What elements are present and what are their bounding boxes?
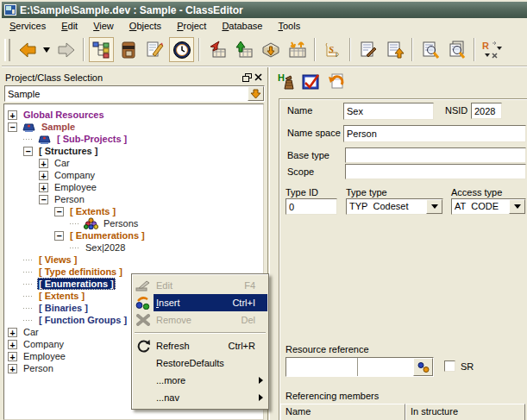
svg-text:i: i: [336, 51, 337, 59]
scope-input[interactable]: [346, 165, 525, 179]
type-id-input[interactable]: [286, 199, 336, 214]
context-menu-item-refresh[interactable]: Refresh Ctrl+R: [133, 337, 267, 354]
session-clock-button[interactable]: [169, 37, 194, 62]
classeditor-window: E:\Sample\Sample.dev : Sample - ClassEdi…: [0, 0, 527, 420]
toolbar-grip[interactable]: [4, 39, 10, 61]
type-type-select[interactable]: TYP Codeset: [346, 198, 443, 215]
edit-document-button[interactable]: [142, 37, 167, 62]
collapse-icon[interactable]: [8, 122, 17, 132]
send-button[interactable]: [258, 37, 283, 62]
type-id-label: Type ID: [285, 187, 318, 197]
import-button[interactable]: [204, 37, 229, 62]
back-button[interactable]: [15, 37, 40, 62]
expand-icon[interactable]: [8, 364, 17, 373]
synchronize-button[interactable]: [285, 37, 310, 62]
menu-view[interactable]: View: [85, 19, 122, 33]
menu-database[interactable]: Database: [214, 19, 270, 33]
context-menu-item-more[interactable]: ...more: [133, 372, 267, 389]
tree-stub: [23, 272, 32, 273]
resource-ref-field-left[interactable]: [286, 358, 357, 376]
nsid-input[interactable]: [472, 103, 501, 118]
export-icon: [234, 40, 254, 60]
tree-item[interactable]: [ Views ]: [4, 254, 263, 266]
expand-icon[interactable]: [39, 159, 48, 168]
access-type-select[interactable]: AT CODE: [451, 198, 526, 215]
base-type-input[interactable]: [346, 148, 525, 162]
context-menu-item-insert[interactable]: Insert Ctrl+I: [133, 294, 267, 311]
sr-checkbox[interactable]: [444, 360, 455, 372]
tree-item[interactable]: [ Sub-Projects ]: [4, 133, 263, 145]
tree-item[interactable]: [ Extents ]: [4, 205, 263, 217]
resource-ref-pick-button[interactable]: [413, 358, 433, 376]
type-type-drop-button[interactable]: [426, 199, 442, 214]
undo-button[interactable]: [324, 71, 347, 93]
apply-check-button[interactable]: [300, 71, 323, 93]
access-type-label: Access type: [451, 187, 502, 197]
export-button[interactable]: [231, 37, 256, 62]
tree-item[interactable]: Employee: [4, 181, 263, 193]
chevron-down-icon: [42, 47, 51, 53]
project-combo-input[interactable]: [5, 86, 248, 101]
menu-services[interactable]: Services: [2, 19, 53, 33]
name-input[interactable]: [344, 103, 433, 119]
script-info-button[interactable]: Si: [320, 37, 345, 62]
context-menu-item-nav[interactable]: ...nav: [133, 389, 267, 406]
scope-field: [345, 164, 526, 179]
column-header-name[interactable]: Name: [280, 404, 405, 420]
class-tree-button[interactable]: [89, 37, 114, 62]
float-window-icon[interactable]: [242, 72, 253, 83]
document-edit-icon: [358, 40, 379, 60]
tree-item[interactable]: Sample: [4, 121, 263, 133]
edit-icon: [133, 279, 154, 291]
referencing-members-table-header: Name In structure: [280, 404, 525, 420]
nav-marks-button[interactable]: R: [480, 37, 505, 62]
collapse-icon[interactable]: [54, 207, 64, 216]
documents-search-button[interactable]: [444, 37, 469, 62]
close-icon[interactable]: [253, 72, 264, 83]
tree-item[interactable]: Person: [4, 193, 263, 205]
expand-icon[interactable]: [39, 183, 48, 192]
expand-icon[interactable]: [8, 328, 17, 337]
column-header-in-structure[interactable]: In structure: [405, 404, 525, 420]
menu-project[interactable]: Project: [169, 19, 214, 33]
resource-ref-field-right[interactable]: [358, 358, 413, 376]
name-label: Name: [287, 105, 312, 116]
collapse-icon[interactable]: [54, 231, 64, 241]
tree-item[interactable]: Global Resources: [4, 109, 263, 121]
expand-icon[interactable]: [39, 171, 48, 180]
expand-icon[interactable]: [8, 352, 17, 361]
back-history-dropdown[interactable]: [41, 37, 52, 62]
undo-icon: [325, 72, 346, 92]
catalog-button[interactable]: [116, 37, 141, 62]
context-menu: Edit F4 Insert Ctrl+I Remove Del Refresh…: [131, 273, 269, 410]
document-edit-button[interactable]: [355, 37, 380, 62]
nav-marks-icon: R: [481, 40, 504, 60]
namespace-input[interactable]: [344, 126, 525, 141]
window-title: E:\Sample\Sample.dev : Sample - ClassEdi…: [20, 4, 243, 16]
forward-button[interactable]: [53, 37, 78, 62]
document-search-button[interactable]: [417, 37, 442, 62]
tree-item[interactable]: Sex|2028: [4, 241, 263, 254]
document-export-button[interactable]: [382, 37, 407, 62]
history-button[interactable]: H: [276, 71, 298, 93]
context-menu-item-edit: Edit F4: [133, 277, 267, 294]
access-type-drop-button[interactable]: [509, 199, 525, 214]
remove-icon: [133, 314, 154, 326]
combo-drop-button[interactable]: [248, 86, 264, 101]
type-type-label: Type type: [346, 187, 387, 197]
menu-edit[interactable]: Edit: [53, 19, 85, 33]
tree-item[interactable]: Company: [4, 169, 263, 181]
resource-reference-label: Resource reference: [285, 344, 369, 354]
collapse-icon[interactable]: [39, 195, 48, 204]
expand-icon[interactable]: [8, 340, 17, 349]
tree-item[interactable]: [ Enumerations ]: [4, 229, 263, 241]
context-menu-item-restoredefaults[interactable]: RestoreDefaults: [133, 354, 267, 372]
menu-tools[interactable]: Tools: [270, 19, 308, 33]
collapse-icon[interactable]: [23, 147, 33, 156]
link-balls-icon: [417, 362, 430, 373]
tree-item[interactable]: [ Structures ]: [4, 145, 263, 157]
tree-item[interactable]: Car: [4, 157, 263, 169]
expand-icon[interactable]: [8, 110, 17, 120]
tree-item[interactable]: Persons: [4, 217, 263, 229]
menu-objects[interactable]: Objects: [122, 19, 169, 33]
